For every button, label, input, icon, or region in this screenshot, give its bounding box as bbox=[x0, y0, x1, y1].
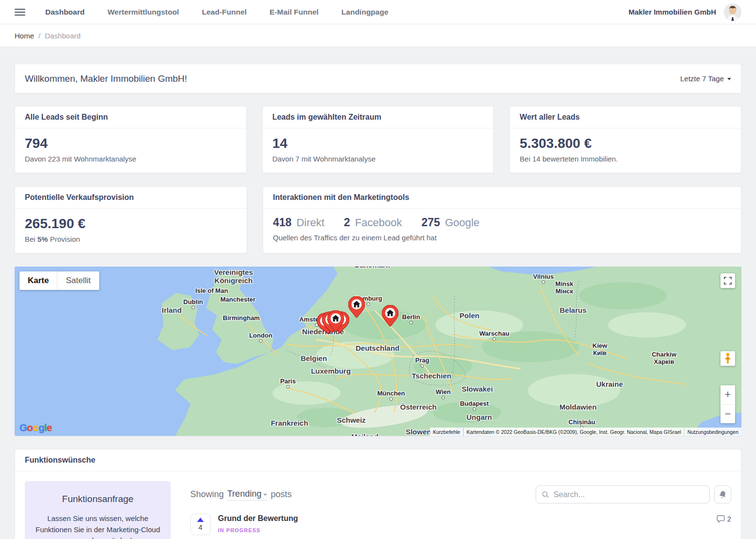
stat-value: 794 bbox=[25, 136, 236, 151]
city-dot bbox=[410, 321, 413, 324]
city-dot bbox=[192, 306, 195, 309]
stat-card-title: Alle Leads seit Beginn bbox=[15, 107, 246, 128]
stat-card-provision: Potentielle Verkaufsprovision 265.190 € … bbox=[15, 186, 247, 253]
keyboard-shortcuts-link[interactable]: Kurzbefehle bbox=[430, 428, 463, 436]
city-dot bbox=[421, 364, 424, 368]
source-label: Facebook bbox=[355, 216, 402, 229]
zoom-control: + − bbox=[720, 385, 735, 423]
nav-links: Dashboard Wertermittlungstool Lead-Funne… bbox=[45, 8, 411, 17]
stat-value: 14 bbox=[272, 136, 484, 151]
city-dot bbox=[390, 397, 393, 401]
fullscreen-button[interactable] bbox=[720, 273, 735, 288]
fullscreen-icon bbox=[724, 277, 732, 285]
source-label: Google bbox=[445, 216, 480, 229]
breadcrumb: Home / Dashboard bbox=[0, 24, 756, 47]
google-map[interactable]: DänemarkVereinigtes KönigreichIsle of Ma… bbox=[15, 267, 741, 436]
stat-value: 5.303.800 € bbox=[520, 136, 731, 151]
stat-card-title: Potentielle Verkaufsprovision bbox=[15, 187, 247, 209]
account-name: Makler Immobilien GmbH bbox=[629, 8, 716, 16]
zoom-in-button[interactable]: + bbox=[720, 385, 735, 404]
upvote-button[interactable]: 4 bbox=[190, 514, 211, 535]
feature-request-text: Lassen Sie uns wissen, welche Funktionen… bbox=[33, 513, 163, 539]
city-dot bbox=[287, 385, 290, 389]
date-range-label: Letzte 7 Tage bbox=[680, 74, 724, 83]
chevron-down-icon bbox=[263, 494, 267, 496]
city-dot bbox=[542, 281, 545, 284]
pegman-button[interactable] bbox=[720, 351, 735, 366]
property-pin[interactable] bbox=[382, 305, 398, 326]
user-avatar[interactable] bbox=[724, 3, 741, 21]
stat-subtext: Bei 14 bewerteten Immobilien. bbox=[520, 155, 731, 163]
breadcrumb-separator: / bbox=[38, 32, 40, 40]
feature-wishes-title: Funktionswünsche bbox=[15, 449, 741, 471]
vote-count: 4 bbox=[198, 523, 202, 531]
city-dot bbox=[493, 338, 496, 341]
stat-card-lead-value: Wert aller Leads 5.303.800 € Bei 14 bewe… bbox=[509, 106, 741, 173]
nav-item-lead-funnel[interactable]: Lead-Funnel bbox=[202, 8, 247, 17]
date-range-dropdown[interactable]: Letzte 7 Tage bbox=[680, 74, 731, 83]
city-dot bbox=[259, 340, 263, 343]
showing-filter: Showing Trending posts bbox=[190, 489, 291, 501]
map-data-attribution: Kartendaten © 2022 GeoBasis-DE/BKG (©200… bbox=[464, 428, 684, 436]
stat-card-title: Interaktionen mit den Marketingtools bbox=[263, 187, 741, 209]
stat-subtext: Bei 5% Provision bbox=[25, 235, 237, 243]
welcome-card: Willkommen, Makler Immobilien GmbH! Letz… bbox=[15, 64, 741, 93]
stat-card-interactions: Interaktionen mit den Marketingtools 418… bbox=[263, 186, 741, 253]
upvote-triangle-icon bbox=[197, 518, 204, 522]
city-dot bbox=[367, 303, 370, 306]
top-navbar: Dashboard Wertermittlungstool Lead-Funne… bbox=[0, 0, 756, 24]
welcome-title: Willkommen, Makler Immobilien GmbH! bbox=[25, 73, 187, 84]
breadcrumb-current: Dashboard bbox=[45, 32, 80, 40]
stat-card-title: Leads im gewählten Zeitraum bbox=[263, 107, 494, 128]
property-pin[interactable] bbox=[348, 296, 365, 318]
source-value: 2 bbox=[344, 216, 350, 229]
map-type-karte-button[interactable]: Karte bbox=[19, 271, 57, 290]
map-type-control: Karte Satellit bbox=[19, 271, 99, 290]
zoom-out-button[interactable]: − bbox=[720, 404, 735, 423]
map-tiles bbox=[15, 267, 741, 436]
map-type-satellit-button[interactable]: Satellit bbox=[57, 271, 99, 290]
feature-post-row[interactable]: 4 Grund der Bewertung IN PROGRESS Anzeig… bbox=[190, 514, 731, 539]
hamburger-menu-icon[interactable] bbox=[15, 9, 25, 16]
source-label: Direkt bbox=[296, 216, 324, 229]
nav-item-dashboard[interactable]: Dashboard bbox=[45, 8, 85, 17]
source-value: 275 bbox=[421, 216, 440, 229]
post-title[interactable]: Grund der Bewertung bbox=[218, 514, 717, 523]
feature-wishes-card: Funktionswünsche Funktionsanfrage Lassen… bbox=[15, 449, 741, 539]
feature-request-title: Funktionsanfrage bbox=[33, 494, 163, 504]
map-attribution: Kurzbefehle Kartendaten © 2022 GeoBasis-… bbox=[430, 428, 741, 436]
stat-card-title: Wert aller Leads bbox=[510, 107, 741, 128]
post-status-badge: IN PROGRESS bbox=[218, 527, 717, 533]
bell-icon bbox=[719, 490, 727, 499]
comment-bubble-icon bbox=[717, 515, 725, 523]
city-dot bbox=[442, 396, 445, 399]
google-logo[interactable]: Google bbox=[19, 422, 52, 433]
nav-item-wertermittlungstool[interactable]: Wertermittlungstool bbox=[108, 8, 179, 17]
search-icon bbox=[542, 491, 549, 499]
notifications-button[interactable] bbox=[714, 485, 731, 503]
chevron-down-icon bbox=[727, 78, 731, 80]
stat-subtext: Quellen des Traffics der zu einem Lead g… bbox=[273, 234, 731, 242]
stat-value: 265.190 € bbox=[25, 216, 237, 232]
nav-item-landingpage[interactable]: Landingpage bbox=[342, 8, 388, 17]
breadcrumb-home[interactable]: Home bbox=[15, 32, 34, 40]
source-value: 418 bbox=[273, 216, 291, 229]
feature-request-box: Funktionsanfrage Lassen Sie uns wissen, … bbox=[25, 481, 171, 539]
avatar-image bbox=[724, 3, 741, 21]
terms-of-use-link[interactable]: Nutzungsbedingungen bbox=[684, 428, 741, 436]
posts-label: posts bbox=[270, 489, 291, 500]
stat-subtext: Davon 7 mit Wohnmarktanalyse bbox=[272, 155, 484, 163]
city-dot bbox=[473, 408, 476, 411]
stat-card-leads-range: Leads im gewählten Zeitraum 14 Davon 7 m… bbox=[262, 106, 494, 173]
sort-dropdown[interactable]: Trending bbox=[227, 489, 267, 501]
search-box bbox=[536, 485, 710, 503]
pegman-icon bbox=[724, 353, 732, 364]
search-input[interactable] bbox=[554, 490, 703, 499]
traffic-sources: 418Direkt 2Facebook 275Google bbox=[273, 216, 731, 229]
post-comments[interactable]: 2 bbox=[717, 514, 731, 539]
property-pin-cluster[interactable] bbox=[327, 310, 344, 332]
stat-subtext: Davon 223 mit Wohnmarktanalyse bbox=[25, 155, 236, 163]
comment-count: 2 bbox=[727, 515, 731, 523]
stat-card-all-leads: Alle Leads seit Beginn 794 Davon 223 mit… bbox=[15, 106, 247, 173]
nav-item-email-funnel[interactable]: E-Mail Funnel bbox=[270, 8, 319, 17]
